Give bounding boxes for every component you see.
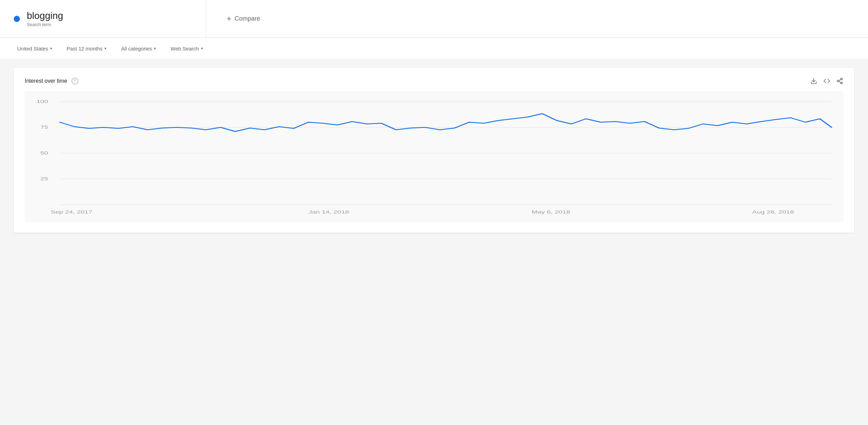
search-type-label: Web Search [170,46,199,51]
category-arrow-icon: ▾ [154,46,156,51]
chart-actions [810,78,843,84]
x-label-aug: Aug 26, 2018 [752,210,794,215]
time-filter[interactable]: Past 12 months ▾ [62,43,111,54]
search-type-filter[interactable]: Web Search ▾ [166,43,208,54]
x-label-may: May 6, 2018 [532,210,570,215]
search-term-dot [14,16,20,22]
chart-title: Interest over time [25,78,67,84]
download-button[interactable] [810,78,817,84]
search-term-name: blogging [27,10,63,21]
chart-container: 100 75 50 25 Sep 24, 2017 Jan 14, 2018 M… [25,91,843,222]
search-term-bar: blogging Search term + Compare [0,0,868,38]
embed-button[interactable] [823,78,830,84]
x-label-sep: Sep 24, 2017 [51,210,92,215]
help-icon[interactable]: ? [71,78,78,84]
chart-header: Interest over time ? [25,78,843,84]
search-term-type: Search term [27,22,63,27]
compare-section: + Compare [206,0,868,37]
x-label-jan: Jan 14, 2018 [309,210,349,215]
time-arrow-icon: ▾ [104,46,107,51]
search-term-section: blogging Search term [0,0,206,37]
y-label-100: 100 [36,99,48,104]
y-label-50: 50 [40,151,48,156]
chart-title-row: Interest over time ? [25,78,78,84]
category-filter[interactable]: All categories ▾ [116,43,161,54]
svg-line-4 [839,81,841,82]
time-label: Past 12 months [67,46,102,51]
share-icon [836,78,843,84]
search-term-text: blogging Search term [27,10,63,27]
share-button[interactable] [836,78,843,84]
y-label-25: 25 [40,176,48,181]
compare-label: Compare [235,15,260,22]
compare-plus-icon: + [227,14,231,23]
chart-section: Interest over time ? [14,68,854,233]
download-icon [810,78,817,84]
compare-button[interactable]: + Compare [227,14,260,23]
filters-bar: United States ▾ Past 12 months ▾ All cat… [0,38,868,60]
y-label-75: 75 [40,125,48,130]
embed-icon [823,78,830,84]
search-type-arrow-icon: ▾ [201,46,203,51]
chart-svg: 100 75 50 25 Sep 24, 2017 Jan 14, 2018 M… [25,91,843,222]
region-arrow-icon: ▾ [50,46,52,51]
svg-line-5 [839,79,841,80]
region-label: United States [17,46,48,51]
help-label: ? [74,79,76,83]
svg-rect-6 [25,91,843,222]
region-filter[interactable]: United States ▾ [12,43,57,54]
category-label: All categories [121,46,152,51]
